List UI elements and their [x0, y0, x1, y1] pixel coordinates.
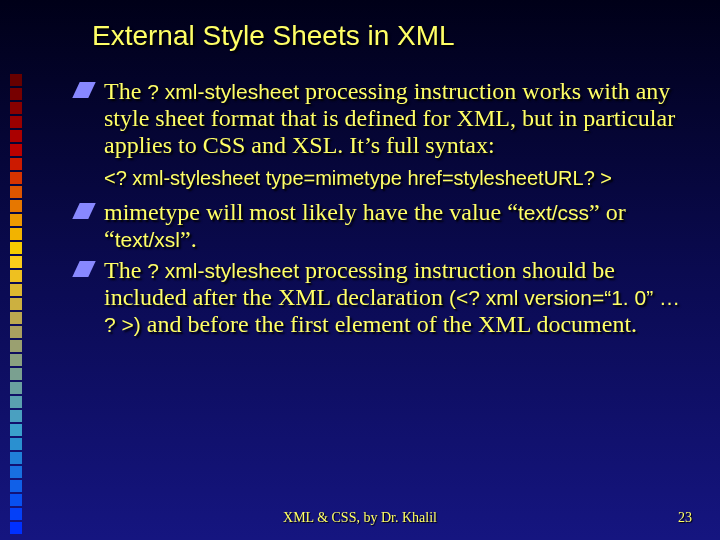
- decorative-square: [10, 424, 22, 436]
- decorative-square: [10, 242, 22, 254]
- decorative-square: [10, 396, 22, 408]
- footer-author: XML & CSS, by Dr. Khalil: [0, 510, 720, 526]
- decorative-square: [10, 200, 22, 212]
- bullet-2-code2: text/xsl: [115, 228, 180, 251]
- decorative-square: [10, 172, 22, 184]
- slide: External Style Sheets in XML The ? xml-s…: [0, 0, 720, 540]
- bullet-3: The ? xml-stylesheet processing instruct…: [76, 257, 696, 338]
- decorative-square: [10, 494, 22, 506]
- decorative-square: [10, 214, 22, 226]
- bullet-2-code1: text/css: [518, 201, 589, 224]
- decorative-square: [10, 88, 22, 100]
- bullet-icon: [72, 203, 95, 219]
- decorative-square: [10, 186, 22, 198]
- slide-body: The ? xml-stylesheet processing instruct…: [76, 78, 696, 341]
- decorative-square: [10, 312, 22, 324]
- decorative-square: [10, 438, 22, 450]
- bullet-3-post: and before the first element of the XML …: [141, 311, 637, 337]
- bullet-1: The ? xml-stylesheet processing instruct…: [76, 78, 696, 159]
- decorative-square: [10, 256, 22, 268]
- decorative-square: [10, 144, 22, 156]
- decorative-square: [10, 74, 22, 86]
- decorative-square: [10, 158, 22, 170]
- decorative-square-column: [10, 74, 34, 534]
- decorative-square: [10, 480, 22, 492]
- bullet-2-post: ”.: [180, 226, 197, 252]
- decorative-square: [10, 382, 22, 394]
- decorative-square: [10, 228, 22, 240]
- bullet-2-pre: mimetype will most likely have the value…: [104, 199, 518, 225]
- syntax-line: <? xml-stylesheet type=mimetype href=sty…: [76, 167, 696, 189]
- decorative-square: [10, 130, 22, 142]
- decorative-square: [10, 298, 22, 310]
- decorative-square: [10, 354, 22, 366]
- bullet-3-pre: The: [104, 257, 147, 283]
- decorative-square: [10, 452, 22, 464]
- slide-title: External Style Sheets in XML: [92, 20, 455, 52]
- decorative-square: [10, 368, 22, 380]
- decorative-square: [10, 102, 22, 114]
- bullet-icon: [72, 82, 95, 98]
- decorative-square: [10, 340, 22, 352]
- bullet-1-code: ? xml-stylesheet: [147, 80, 299, 103]
- bullet-1-text-pre: The: [104, 78, 147, 104]
- decorative-square: [10, 284, 22, 296]
- bullet-2: mimetype will most likely have the value…: [76, 199, 696, 253]
- decorative-square: [10, 466, 22, 478]
- page-number: 23: [678, 510, 692, 526]
- decorative-square: [10, 410, 22, 422]
- bullet-3-code: ? xml-stylesheet: [147, 259, 299, 282]
- bullet-icon: [72, 261, 95, 277]
- decorative-square: [10, 116, 22, 128]
- decorative-square: [10, 326, 22, 338]
- decorative-square: [10, 270, 22, 282]
